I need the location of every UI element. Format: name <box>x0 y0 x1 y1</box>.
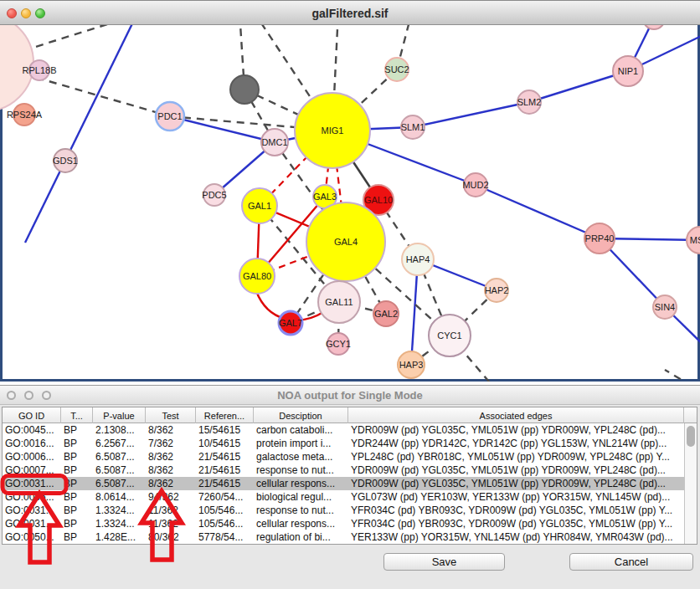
table-cell: 8/362 <box>146 477 196 490</box>
node-label: CYC1 <box>437 330 461 341</box>
noa-window-titlebar[interactable]: NOA output for Single Mode <box>0 386 700 405</box>
table-cell: 6.2567... <box>93 437 146 450</box>
column-header[interactable]: P-value <box>93 407 146 423</box>
table-cell: 21/54615 <box>196 477 254 490</box>
column-header[interactable]: Associated edges <box>348 407 684 423</box>
table-cell: 21/54615 <box>196 464 254 477</box>
network-canvas[interactable]: RPL18BRPS24AGDS1PDC1DMC1MIG1SUC2SLM1SLM2… <box>0 25 700 382</box>
table-cell: 11/362 <box>146 517 196 530</box>
table-cell: GO:0031... <box>3 477 61 490</box>
table-scrollbar[interactable] <box>684 423 697 544</box>
save-button[interactable]: Save <box>383 553 505 571</box>
network-edge <box>25 25 136 243</box>
table-cell: 105/546... <box>196 504 254 517</box>
table-cell: GO:0006... <box>3 450 61 464</box>
table-cell: YFR034C (pd) YBR093C, YDR009W (pd) YGL03… <box>348 517 684 530</box>
table-cell: biological regul... <box>254 490 348 504</box>
table-cell: 80/362 <box>146 530 196 544</box>
node-label: GAL80 <box>243 271 271 281</box>
table-cell: BP <box>61 450 93 464</box>
table-cell: 21/54615 <box>196 450 254 464</box>
table-cell: response to nut... <box>254 504 348 517</box>
node-dark[interactable] <box>230 75 259 104</box>
table-cell: YPL248C (pd) YBR018C, YML051W (pp) YDR00… <box>348 450 684 464</box>
node-label: PRP40 <box>585 233 615 243</box>
table-row[interactable]: GO:0031...BP1.3324...11/362105/546...res… <box>3 504 684 517</box>
node-label: GAL3 <box>313 192 337 202</box>
table-cell: GO:0016... <box>3 437 61 450</box>
node-label: GAL4 <box>334 237 358 247</box>
table-header-row: GO IDT...P-valueTestReferen...Desciption… <box>3 407 697 423</box>
table-row[interactable]: GO:0016...BP6.2567...7/36210/54615protei… <box>3 437 684 450</box>
table-cell: 8/362 <box>146 450 196 464</box>
table-cell: 7260/54... <box>196 490 254 504</box>
table-cell: response to nut... <box>254 464 348 477</box>
table-cell: 15/54615 <box>196 423 254 437</box>
table-cell: YDR009W (pd) YGL035C, YML051W (pp) YDR00… <box>348 464 684 477</box>
column-header[interactable] <box>684 407 697 423</box>
node-label: HAP4 <box>406 254 430 264</box>
table-row[interactable]: GO:0007...BP6.5087...8/36221/54615respon… <box>3 464 684 477</box>
table-cell: 11/362 <box>146 504 196 517</box>
table-cell: YER133W (pp) YOR315W, YNL145W (pd) YHR08… <box>348 530 684 544</box>
table-cell: BP <box>61 530 93 544</box>
table-cell: regulation of bi... <box>254 530 348 544</box>
table-cell: 8/362 <box>146 464 196 477</box>
table-row[interactable]: GO:0006...BP6.5087...8/36221/54615galact… <box>3 450 684 464</box>
noa-results-table: GO IDT...P-valueTestReferen...Desciption… <box>2 407 697 545</box>
table-cell: carbon cataboli... <box>254 423 348 437</box>
table-cell: BP <box>61 504 93 517</box>
table-cell: protein import i... <box>254 437 348 450</box>
table-cell: 6.5087... <box>93 464 146 477</box>
cancel-button[interactable]: Cancel <box>569 553 693 571</box>
node-label: SUC2 <box>384 64 409 74</box>
table-cell: 6.5087... <box>93 450 146 464</box>
node-label: DMC1 <box>261 137 287 147</box>
table-cell: YGL073W (pd) YER103W, YER133W (pp) YOR31… <box>348 490 684 504</box>
node-label: GAL10 <box>364 195 393 205</box>
table-cell: YDR244W (pp) YDR142C, YDR142C (pp) YGL15… <box>348 437 684 450</box>
table-cell: 94/362 <box>146 490 196 504</box>
table-cell: GO:0007... <box>3 464 61 477</box>
noa-window-title: NOA output for Single Mode <box>0 386 700 405</box>
node-label: PDC5 <box>202 190 226 200</box>
node-label: GAL7 <box>279 318 302 328</box>
table-cell: GO:0050... <box>3 530 61 544</box>
node-label: RPS24A <box>7 110 43 120</box>
column-header[interactable]: T... <box>61 407 93 423</box>
scrollbar-thumb[interactable] <box>687 426 695 447</box>
node-label: MIG1 <box>322 125 344 136</box>
table-row[interactable]: GO:0065...BP8.0614...94/3627260/54...bio… <box>3 490 684 504</box>
table-row[interactable]: GO:0050...BP1.428E...80/3625778/54...reg… <box>3 530 684 544</box>
table-cell: 8/362 <box>146 423 196 437</box>
table-cell: 5778/54... <box>196 530 254 544</box>
node-label: HAP3 <box>399 360 424 370</box>
table-cell: GO:0031... <box>3 504 61 517</box>
node-label: NIP1 <box>618 66 638 76</box>
node-label: SLM1 <box>401 122 425 132</box>
table-cell: BP <box>61 437 93 450</box>
network-window-titlebar[interactable]: galFiltered.sif <box>0 0 700 25</box>
column-header[interactable]: GO ID <box>3 407 61 423</box>
node-label: GAL1 <box>248 201 271 211</box>
table-cell: GO:0031... <box>3 517 61 530</box>
node-topr[interactable] <box>643 25 665 29</box>
table-cell: BP <box>61 423 93 437</box>
column-header[interactable]: Test <box>146 407 196 423</box>
table-cell: YDR009W (pd) YGL035C, YML051W (pp) YDR00… <box>348 477 684 490</box>
network-edge <box>170 116 275 142</box>
table-cell: 1.3324... <box>93 504 146 517</box>
table-row[interactable]: GO:0031...BP1.3324...11/362105/546...cel… <box>3 517 684 530</box>
table-row[interactable]: GO:0031...BP6.5087...8/36221/54615cellul… <box>3 477 684 490</box>
node-label: GCY1 <box>326 339 351 349</box>
node-label: PDC1 <box>157 111 182 121</box>
noa-window: NOA output for Single Mode GO IDT...P-va… <box>0 385 700 589</box>
column-header[interactable]: Referen... <box>196 407 254 423</box>
table-cell: 2.1308... <box>93 423 146 437</box>
network-edge <box>665 370 700 382</box>
table-cell: galactose meta... <box>254 450 348 464</box>
column-header[interactable]: Desciption <box>254 407 348 423</box>
table-row[interactable]: GO:0045...BP2.1308...8/36215/54615carbon… <box>3 423 684 437</box>
table-cell: 1.428E... <box>93 530 146 544</box>
table-cell: 8.0614... <box>93 490 146 504</box>
